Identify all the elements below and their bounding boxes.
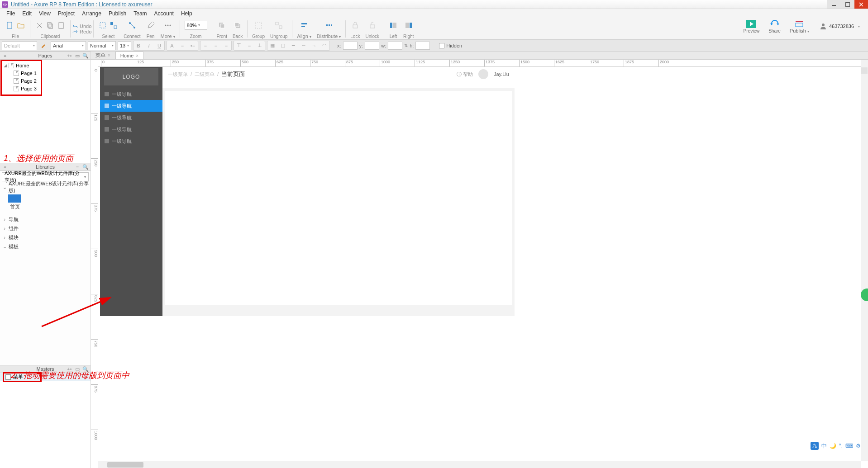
copy-icon[interactable]	[46, 21, 55, 30]
canvas-viewport[interactable]: LOGO 一级菜单/ 二级菜单/ 当前页面 ⓘ帮助 Jay.Liu	[98, 67, 861, 461]
valign-bot-button[interactable]: ⊥	[255, 41, 265, 50]
line-spacing-button[interactable]: ≡	[177, 41, 187, 50]
panel-right-icon[interactable]	[404, 21, 413, 30]
window-close-button[interactable]	[854, 0, 868, 9]
lib-root[interactable]: ⌄AXURE最全的WEB设计元件库(分享版)	[0, 183, 91, 192]
lib-cat-template[interactable]: ⌄模板	[0, 242, 91, 251]
lib-cat-module[interactable]: ›模块	[0, 233, 91, 242]
add-folder-icon[interactable]: ▭	[74, 52, 81, 59]
close-tab-icon[interactable]: ×	[108, 53, 110, 58]
w-input[interactable]	[388, 42, 402, 50]
bullet-button[interactable]: •≡	[188, 41, 198, 50]
select-tool-icon[interactable]	[98, 21, 107, 30]
paste-icon[interactable]	[57, 21, 66, 30]
publish-button[interactable]: Publish▾	[787, 19, 812, 33]
window-maximize-button[interactable]	[841, 0, 854, 9]
ruler-horizontal[interactable]: 0125250375500625750875100011251250137515…	[98, 60, 861, 67]
libraries-menu-icon[interactable]: ≡	[74, 164, 81, 170]
add-master-icon[interactable]: +▫	[66, 366, 72, 372]
menu-publish[interactable]: Publish	[105, 9, 130, 18]
horizontal-scrollbar[interactable]	[98, 461, 861, 468]
new-file-icon[interactable]	[5, 21, 14, 30]
pages-collapse-icon[interactable]: «	[2, 52, 8, 59]
underline-button[interactable]: U	[154, 41, 164, 50]
scroll-thumb[interactable]	[107, 462, 143, 468]
close-tab-icon[interactable]: ×	[136, 53, 138, 58]
menu-project[interactable]: Project	[54, 9, 78, 18]
lib-cat-component[interactable]: ›组件	[0, 224, 91, 233]
search-masters-icon[interactable]: 🔍	[82, 366, 89, 372]
lock-icon[interactable]	[351, 21, 360, 30]
group-icon[interactable]	[254, 21, 263, 30]
menu-file[interactable]: File	[3, 9, 19, 18]
open-file-icon[interactable]	[16, 21, 25, 30]
search-pages-icon[interactable]: 🔍	[82, 52, 89, 59]
bring-front-icon[interactable]	[217, 21, 226, 30]
border-color-button[interactable]: ▢	[278, 41, 288, 50]
align-right-button[interactable]: ≡	[221, 41, 231, 50]
style-select[interactable]: Default▾	[2, 41, 37, 50]
ime-kbd-icon[interactable]: ⌨	[845, 443, 853, 449]
add-master-folder-icon[interactable]: ▭	[74, 366, 81, 372]
fill-color-button[interactable]: ▦	[267, 41, 277, 50]
distribute-icon[interactable]	[324, 21, 334, 30]
align-icon[interactable]	[300, 21, 309, 30]
preview-button[interactable]: Preview	[741, 19, 763, 33]
tab-home[interactable]: Home×	[115, 52, 143, 59]
undo-button[interactable]: Undo	[72, 24, 91, 29]
x-input[interactable]	[343, 42, 358, 50]
search-libraries-icon[interactable]: 🔍	[82, 164, 89, 170]
menu-account[interactable]: Account	[151, 9, 177, 18]
valign-mid-button[interactable]: ≡	[244, 41, 254, 50]
ime-gear-icon[interactable]: ⚙	[856, 443, 861, 449]
align-left-button[interactable]: ≡	[200, 41, 210, 50]
redo-button[interactable]: Redo	[72, 29, 91, 34]
menu-arrange[interactable]: Arrange	[78, 9, 105, 18]
fontsize-select[interactable]: 13▾	[118, 41, 131, 50]
lock-aspect-icon[interactable]: ⇅	[404, 43, 408, 48]
connect-tool-icon[interactable]	[128, 21, 137, 30]
border-width-button[interactable]: ━	[288, 41, 298, 50]
menu-help[interactable]: Help	[177, 9, 196, 18]
bold-button[interactable]: B	[134, 41, 143, 50]
ime-mode[interactable]: 中	[821, 442, 827, 450]
align-center-button[interactable]: ≡	[211, 41, 221, 50]
tab-master[interactable]: 菜单×	[91, 52, 115, 59]
add-page-icon[interactable]: +▫	[66, 52, 72, 59]
user-badge[interactable]: 463732836▾	[816, 23, 864, 29]
lib-cat-nav[interactable]: ›导航	[0, 215, 91, 224]
libraries-collapse-icon[interactable]: «	[2, 164, 8, 170]
library-select[interactable]: AXURE最全的WEB设计元件库(分享版)▾	[2, 172, 89, 181]
lib-widget-thumb[interactable]	[8, 194, 21, 203]
text-color-button[interactable]: A	[167, 41, 177, 50]
corner-button[interactable]: ◠	[320, 41, 329, 50]
ime-punct-icon[interactable]: °,	[839, 443, 843, 449]
ime-moon-icon[interactable]: 🌙	[830, 443, 836, 449]
vertical-scrollbar[interactable]	[861, 60, 868, 461]
border-style-button[interactable]: ┅	[299, 41, 309, 50]
style-paint-icon[interactable]	[39, 41, 49, 50]
ime-logo-icon[interactable]: 九	[811, 442, 819, 450]
share-button[interactable]: Share	[766, 19, 783, 33]
send-back-icon[interactable]	[233, 21, 242, 30]
arrow-button[interactable]: →	[309, 41, 319, 50]
unlock-icon[interactable]	[368, 21, 377, 30]
window-minimize-button[interactable]	[827, 0, 841, 9]
italic-button[interactable]: I	[144, 41, 154, 50]
valign-top-button[interactable]: ⊤	[234, 41, 244, 50]
right-mini-handle[interactable]	[861, 67, 868, 74]
select-mode-icon[interactable]	[109, 21, 118, 30]
zoom-select[interactable]: 80%▾	[185, 21, 207, 30]
ruler-vertical[interactable]: 01252503755006257508751000	[91, 67, 98, 461]
cut-icon[interactable]	[35, 21, 44, 30]
font-select[interactable]: Arial▾	[51, 41, 86, 50]
menu-edit[interactable]: Edit	[19, 9, 35, 18]
menu-team[interactable]: Team	[130, 9, 150, 18]
hidden-checkbox[interactable]: Hidden	[439, 43, 462, 48]
panel-left-icon[interactable]	[389, 21, 398, 30]
h-input[interactable]	[415, 42, 430, 50]
menu-view[interactable]: View	[35, 9, 54, 18]
more-tools-icon[interactable]	[163, 21, 172, 30]
ungroup-icon[interactable]	[274, 21, 283, 30]
weight-select[interactable]: Normal▾	[88, 41, 116, 50]
